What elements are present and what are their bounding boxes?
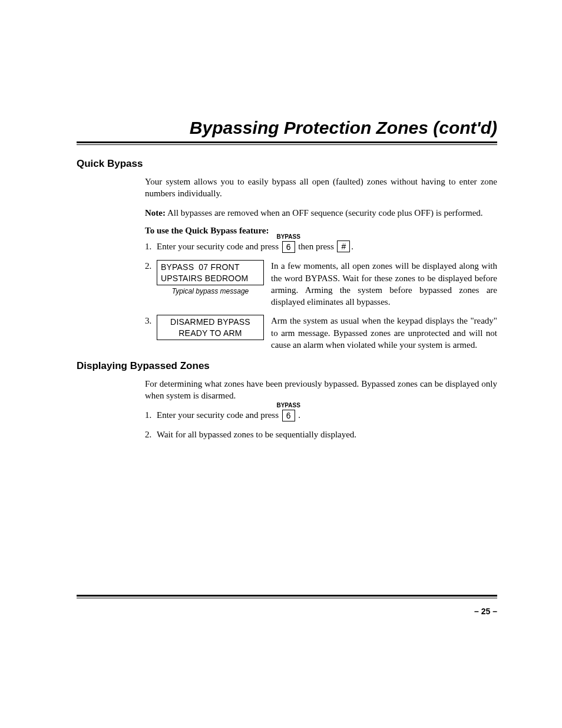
step-number: 1. xyxy=(145,409,157,422)
step-text-post: . xyxy=(351,242,353,251)
note-label: Note: xyxy=(145,208,166,218)
lcd-display: DISARMED BYPASS READY TO ARM xyxy=(157,315,264,340)
lcd-column: BYPASS 07 FRONT UPSTAIRS BEDROOM Typical… xyxy=(157,260,264,296)
note-paragraph: Note: All bypasses are removed when an O… xyxy=(145,207,497,219)
key-label-bypass: BYPASS xyxy=(276,401,300,410)
step-text-post: . xyxy=(296,410,301,420)
step-number: 1. xyxy=(145,241,157,253)
lcd-caption: Typical bypass message xyxy=(157,286,264,296)
keypad-key-6-stack: BYPASS 6 xyxy=(281,241,296,253)
step-description: In a few moments, all open zones will be… xyxy=(271,260,497,308)
step-number: 2. xyxy=(145,260,157,308)
step-body: Enter your security code and press BYPAS… xyxy=(157,241,497,253)
keypad-key-6: 6 xyxy=(282,410,295,421)
document-page: Bypassing Protection Zones (cont'd) Quic… xyxy=(0,0,562,728)
page-title: Bypassing Protection Zones (cont'd) xyxy=(77,118,497,138)
step-description: Arm the system as usual when the keypad … xyxy=(271,315,497,351)
lcd-display: BYPASS 07 FRONT UPSTAIRS BEDROOM xyxy=(157,260,264,285)
bottom-rule xyxy=(77,595,497,598)
keypad-key-6-stack: BYPASS 6 xyxy=(281,410,296,421)
intro-paragraph: Your system allows you to easily bypass … xyxy=(145,176,497,200)
displaying-intro: For determining what zones have been pre… xyxy=(145,378,497,402)
section-quick-bypass-body: Your system allows you to easily bypass … xyxy=(145,176,497,351)
quick-bypass-subhead: To use the Quick Bypass feature: xyxy=(145,226,497,236)
note-body: All bypasses are removed when an OFF seq… xyxy=(166,208,483,218)
quick-bypass-step-3: 3. DISARMED BYPASS READY TO ARM Arm the … xyxy=(145,315,497,351)
lcd-column: DISARMED BYPASS READY TO ARM xyxy=(157,315,264,340)
displaying-step-1: 1. Enter your security code and press BY… xyxy=(145,409,497,422)
key-label-bypass: BYPASS xyxy=(276,233,300,241)
quick-bypass-step-1: 1. Enter your security code and press BY… xyxy=(145,241,497,253)
step-text-mid: then press xyxy=(298,242,336,251)
section-displaying-body: For determining what zones have been pre… xyxy=(145,378,497,440)
section-quick-bypass-heading: Quick Bypass xyxy=(77,158,497,170)
quick-bypass-step-2: 2. BYPASS 07 FRONT UPSTAIRS BEDROOM Typi… xyxy=(145,260,497,308)
step-number: 3. xyxy=(145,315,157,351)
title-rule xyxy=(77,141,497,145)
step-text: Enter your security code and press xyxy=(157,242,281,251)
step-text: Enter your security code and press xyxy=(157,410,281,420)
page-number: – 25 – xyxy=(474,607,497,616)
step-body: Enter your security code and press BYPAS… xyxy=(157,409,497,422)
step-number: 2. xyxy=(145,429,157,440)
keypad-key-6: 6 xyxy=(282,241,295,253)
section-displaying-heading: Displaying Bypassed Zones xyxy=(77,360,497,372)
step-body: Wait for all bypassed zones to be sequen… xyxy=(157,429,497,440)
displaying-step-2: 2. Wait for all bypassed zones to be seq… xyxy=(145,429,497,440)
keypad-key-pound: # xyxy=(337,241,350,252)
